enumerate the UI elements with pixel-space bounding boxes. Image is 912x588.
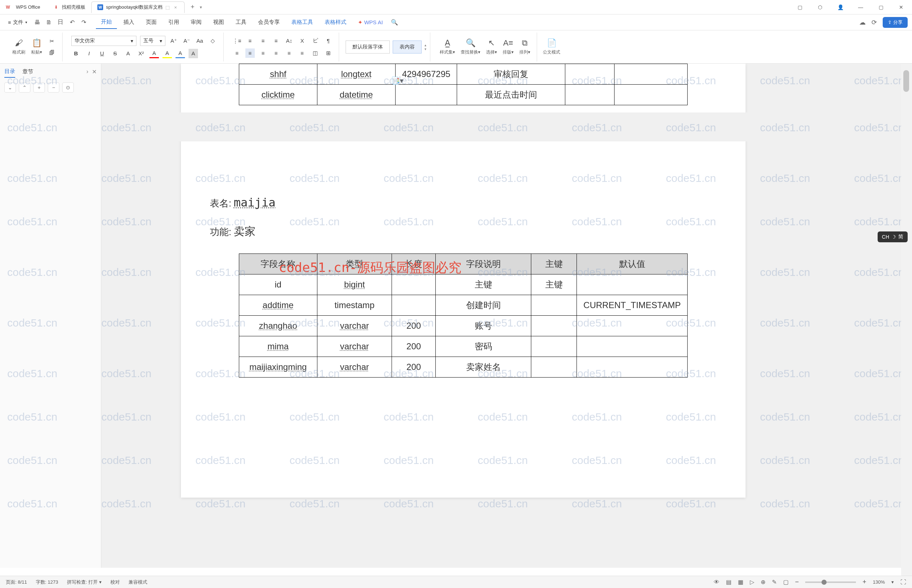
align-justify-button[interactable]: ≡ [271, 48, 281, 58]
font-effects-button[interactable]: A [175, 49, 185, 58]
share-button[interactable]: ⇪分享 [883, 17, 908, 28]
align-left-button[interactable]: ≡ [232, 48, 242, 58]
file-menu[interactable]: ≡ 文件 ▾ [4, 18, 31, 27]
borders-button[interactable]: ⊞ [324, 48, 333, 58]
highlight-button[interactable]: A [162, 49, 172, 58]
nav-close-icon[interactable]: ✕ [92, 68, 97, 75]
history-icon[interactable]: ⟳ [872, 18, 877, 26]
decrease-indent-button[interactable]: ≡ [258, 36, 268, 45]
distribute-button[interactable]: ≡ [285, 48, 294, 58]
text-direction-button[interactable]: A↕ [285, 36, 294, 45]
style-table-content[interactable]: 表内容 [393, 40, 422, 53]
cut-button[interactable]: ✂ [47, 37, 57, 46]
tab-view[interactable]: 视图 [208, 16, 229, 29]
font-size-select[interactable]: 五号▾ [140, 36, 165, 46]
char-shading-button[interactable]: A [189, 49, 198, 58]
status-words[interactable]: 字数: 1273 [36, 579, 58, 585]
nav-tool-remove[interactable]: − [48, 82, 59, 92]
zoom-out-button[interactable]: − [795, 578, 799, 586]
superscript-button[interactable]: A [123, 49, 133, 58]
increase-indent-button[interactable]: ≡ [271, 36, 281, 45]
fit-icon[interactable]: ⛶ [901, 579, 906, 585]
align-center-button[interactable]: ≡ [245, 48, 255, 58]
tab-templates[interactable]: ⬇ 找稻壳模板 [47, 2, 91, 13]
align-right-button[interactable]: ≡ [258, 48, 268, 58]
nav-expand-icon[interactable]: › [86, 68, 88, 75]
underline-button[interactable]: U [97, 49, 107, 58]
font-color-button[interactable]: A [149, 49, 159, 58]
square-icon[interactable]: ▢ [783, 578, 789, 585]
official-mode-button[interactable]: 📄公文模式 [540, 37, 563, 57]
status-spell[interactable]: 拼写检查: 打开 ▾ [67, 579, 102, 585]
cloud-icon[interactable]: ☁ [859, 18, 866, 26]
web-layout-icon[interactable]: ⊕ [761, 578, 765, 585]
status-page[interactable]: 页面: 8/11 [6, 579, 27, 585]
tab-tools[interactable]: 工具 [230, 16, 251, 29]
play-icon[interactable]: ▷ [750, 578, 754, 585]
style-gallery-more[interactable]: ▴▾ [424, 43, 426, 51]
copy-button[interactable]: 🗐 [47, 48, 57, 58]
tab-review[interactable]: 审阅 [186, 16, 207, 29]
style-default-para[interactable]: 默认段落字体 [346, 40, 390, 53]
page-layout-icon[interactable]: ▤ [726, 578, 731, 585]
tab-document[interactable]: W springbootayqkl数据库文档 ⬚ × [91, 2, 185, 13]
nav-tool-target[interactable]: ⊙ [62, 82, 74, 92]
italic-button[interactable]: I [84, 49, 94, 58]
bullets-button[interactable]: ⋮≡ [232, 36, 242, 45]
tab-table-tools[interactable]: 表格工具 [286, 16, 318, 29]
change-case-button[interactable]: Aa [195, 36, 204, 45]
bold-button[interactable]: B [71, 49, 81, 58]
nav-tool-add[interactable]: + [33, 82, 45, 92]
paste-button[interactable]: 📋粘贴▾ [28, 37, 45, 57]
print-icon[interactable]: 🖶 [32, 17, 42, 27]
tab-home[interactable]: 开始 [96, 16, 117, 29]
zoom-slider[interactable] [805, 582, 856, 583]
font-name-select[interactable]: 华文仿宋▾ [71, 36, 136, 46]
minimize-button[interactable]: — [854, 2, 867, 13]
nav-tool-up[interactable]: ⌃ [19, 82, 31, 92]
ime-indicator[interactable]: CH ☽ 简 [878, 231, 908, 242]
search-icon[interactable]: 🔍 [389, 17, 400, 27]
nav-tab-toc[interactable]: 目录 [4, 66, 15, 78]
para-mark-button[interactable]: ¶ [324, 36, 333, 45]
avatar-icon[interactable]: 👤 [834, 2, 847, 13]
shading-button[interactable]: ◫ [311, 48, 320, 58]
read-mode-icon[interactable]: 👁 [714, 579, 719, 585]
tab-wps-ai[interactable]: ✦WPS AI [353, 16, 388, 29]
numbering-button[interactable]: ≡ [245, 36, 255, 45]
arrange-button[interactable]: ⧉排列▾ [517, 37, 533, 57]
layout-button[interactable]: A≡排版▾ [500, 37, 517, 57]
save-icon[interactable]: 日 [55, 17, 65, 27]
undo-icon[interactable]: ↶ [67, 17, 77, 27]
zoom-value[interactable]: 130% [873, 579, 885, 585]
line-spacing-button[interactable]: ≡ [298, 48, 307, 58]
subscript-button[interactable]: X² [136, 49, 146, 58]
format-painter-button[interactable]: 🖌格式刷 [10, 37, 28, 57]
select-button[interactable]: ↖选择▾ [483, 37, 500, 57]
document-area[interactable]: 📑▾ shhf longtext 4294967295 审核回复 clickti… [101, 64, 901, 568]
preview-icon[interactable]: 🗎 [44, 17, 54, 27]
tab-page[interactable]: 页面 [141, 16, 162, 29]
scrollbar-track[interactable] [901, 64, 912, 576]
nav-tool-down[interactable]: ⌄ [4, 82, 16, 92]
char-scale-button[interactable]: X [298, 36, 307, 45]
maximize-button[interactable]: ▢ [874, 2, 888, 13]
win-icon-2[interactable]: ⬡ [813, 2, 826, 13]
tab-reference[interactable]: 引用 [163, 16, 184, 29]
edit-icon[interactable]: ✎ [772, 578, 777, 585]
strike-button[interactable]: S [110, 49, 120, 58]
zoom-dropdown[interactable]: ▾ [891, 579, 894, 585]
outline-icon[interactable]: ▦ [738, 578, 744, 585]
tab-table-style[interactable]: 表格样式 [319, 16, 352, 29]
close-button[interactable]: ✕ [895, 2, 908, 13]
close-icon[interactable]: × [173, 4, 178, 10]
scrollbar-thumb[interactable] [903, 70, 909, 92]
status-review[interactable]: 校对 [110, 579, 120, 585]
tab-dropdown[interactable]: ▾ [200, 5, 202, 10]
table-handle-icon[interactable]: 📑▾ [391, 76, 403, 85]
find-replace-button[interactable]: 🔍查找替换▾ [458, 37, 483, 57]
tab-member[interactable]: 会员专享 [253, 16, 285, 29]
style-set-button[interactable]: A̲样式集▾ [437, 37, 458, 57]
nav-tab-chapter[interactable]: 章节 [23, 66, 33, 78]
clear-format-button[interactable]: ◇ [208, 36, 217, 45]
